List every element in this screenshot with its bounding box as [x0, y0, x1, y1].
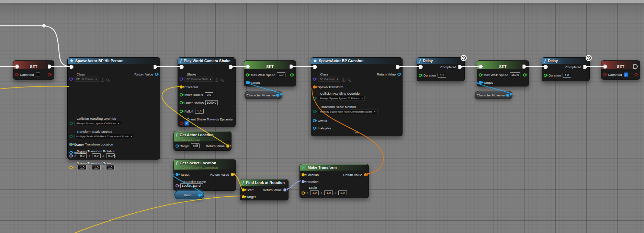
orient-pin[interactable] [180, 122, 183, 125]
completed-exec-pin[interactable] [583, 65, 588, 69]
scale-pin[interactable] [69, 166, 72, 169]
node-set-canshoot-end[interactable]: SET Canshoot ✓ [601, 60, 640, 80]
scale-z-input[interactable]: 1,0 [106, 165, 115, 170]
node-delay-long[interactable]: ƒ Delay Completed Duration 1,0 [542, 57, 590, 81]
node-character-movement-2[interactable]: Character Movement [475, 91, 512, 99]
bool-input-pin[interactable] [603, 73, 606, 76]
exec-in-pin[interactable] [15, 64, 20, 69]
outer-radius-pin[interactable] [180, 101, 183, 104]
outer-radius-input[interactable]: 1000,0 [205, 100, 218, 105]
node-get-socket-location[interactable]: ƒ Get Socket Location Target is Scene Co… [173, 159, 236, 191]
falloff-input[interactable]: 1,0 [195, 109, 204, 114]
return-value-pin[interactable] [231, 173, 234, 176]
object-output-pin[interactable] [198, 194, 201, 197]
scale-y-input[interactable]: 1,0 [92, 165, 101, 170]
node-character-movement-1[interactable]: Character Movement [245, 91, 282, 99]
exec-out-pin[interactable] [229, 65, 234, 69]
node-play-world-camera-shake[interactable]: ƒ Play World Camera Shake Shake BP Camer… [178, 57, 236, 127]
canshoot-checkbox[interactable] [36, 72, 40, 77]
socket-name-pin[interactable] [176, 184, 179, 187]
search-icon[interactable] [220, 77, 224, 81]
float-output-pin[interactable] [290, 73, 293, 77]
exec-in-pin[interactable] [603, 64, 608, 69]
browse-icon[interactable] [215, 77, 218, 81]
node-set-max-walk-speed-slow[interactable]: SET Max Walk Speed 1,0 Target [244, 60, 296, 86]
return-value-pin[interactable] [364, 173, 367, 176]
class-pin[interactable] [69, 78, 72, 81]
inner-radius-pin[interactable] [180, 93, 183, 96]
return-value-pin[interactable] [226, 144, 229, 148]
duration-input[interactable]: 1,0 [563, 73, 571, 78]
node-get-actor-location[interactable]: ƒ Get Actor Location Target is Actor Tar… [173, 131, 231, 151]
shake-dropdown[interactable]: BP Camera Shak▾ [184, 77, 213, 82]
vector-wire-entry-target[interactable] [75, 196, 241, 233]
class-dropdown[interactable]: BP Gunshot▾ [318, 77, 340, 82]
scale-pin[interactable] [302, 191, 305, 195]
collapse-chevron-icon[interactable] [112, 152, 116, 158]
tsm-pin[interactable] [69, 135, 72, 138]
float-output-pin[interactable] [523, 73, 526, 77]
node-mesh-variable[interactable]: Mesh [174, 191, 204, 199]
exec-out-pin[interactable] [396, 65, 400, 69]
scale-x-input[interactable]: 1,0 [310, 190, 319, 195]
reroute-node[interactable] [42, 24, 46, 27]
collapse-chevron-icon[interactable] [355, 129, 359, 135]
duration-pin[interactable] [419, 74, 422, 77]
exec-in-pin[interactable] [479, 64, 484, 69]
orient-checkbox[interactable]: ✓ [184, 121, 189, 126]
inner-radius-input[interactable]: 0,0 [205, 92, 213, 97]
collision-pin[interactable] [69, 122, 72, 125]
search-icon[interactable] [347, 77, 351, 81]
scale-z-input[interactable]: 1,0 [338, 190, 347, 195]
node-find-look-at-rotation[interactable]: ƒ Find Look at Rotation Start Return Val… [240, 179, 289, 200]
target-pin[interactable] [246, 81, 249, 84]
node-set-max-walk-speed-fast[interactable]: SET Max Walk Speed 150,0 Target [477, 60, 529, 86]
scale-y-input[interactable]: 1,0 [324, 190, 333, 195]
socket-name-input[interactable]: Socket_Barrel [180, 183, 203, 188]
return-value-pin[interactable] [397, 73, 400, 76]
tsm-dropdown[interactable]: Multiply Scale With Root Component Scale… [318, 109, 377, 114]
node-delay-short[interactable]: ƒ Delay Completed Duration 0,1 [417, 57, 465, 81]
node-spawnactor-bp-hit-person[interactable]: SpawnActor BP Hit Person Class BP Hit Pe… [67, 57, 160, 160]
bool-output-pin[interactable] [48, 73, 51, 76]
exec-out-pin[interactable] [633, 64, 638, 69]
object-output-pin[interactable] [276, 94, 279, 97]
search-icon[interactable] [106, 77, 110, 81]
node-spawnactor-bp-gunshot[interactable]: SpawnActor BP Gunshot Class BP Gunshot▾ … [311, 57, 403, 136]
node-set-canshoot-start[interactable]: SET Canshoot [13, 60, 54, 80]
walk-speed-input[interactable]: 150,0 [510, 72, 520, 77]
completed-exec-pin[interactable] [458, 65, 463, 69]
bool-input-pin[interactable] [15, 73, 18, 76]
owner-pin[interactable] [313, 119, 316, 122]
blueprint-graph-canvas[interactable]: SET Canshoot SpawnActor BP Hit Person Cl… [0, 0, 644, 233]
target-pin[interactable] [242, 195, 245, 198]
walk-speed-input[interactable]: 1,0 [277, 72, 285, 77]
falloff-pin[interactable] [180, 110, 183, 113]
class-dropdown[interactable]: BP Hit Person▾ [74, 77, 99, 82]
rotation-pin[interactable] [302, 180, 305, 183]
bool-output-pin[interactable] [634, 73, 637, 76]
spawn-transform-pin[interactable] [313, 85, 316, 89]
exec-in-pin[interactable] [246, 64, 251, 69]
class-pin[interactable] [313, 78, 316, 81]
epicenter-pin[interactable] [180, 85, 183, 89]
duration-pin[interactable] [544, 74, 547, 77]
vector-wire-entry-location[interactable] [0, 86, 69, 89]
collision-dropdown[interactable]: Always Spawn, Ignore Collisions▾ [318, 96, 365, 101]
shake-class-pin[interactable] [180, 78, 183, 81]
scale-x-input[interactable]: 1,0 [78, 165, 87, 170]
browse-icon[interactable] [101, 77, 104, 81]
return-value-pin[interactable] [155, 73, 158, 76]
float-input-pin[interactable] [246, 73, 249, 77]
canshoot-checkbox[interactable]: ✓ [624, 72, 628, 77]
return-value-pin[interactable] [283, 188, 286, 191]
exec-out-pin[interactable] [153, 65, 158, 69]
exec-out-pin[interactable] [289, 64, 294, 69]
duration-input[interactable]: 0,1 [438, 73, 446, 78]
collision-pin[interactable] [313, 97, 316, 100]
node-make-transform[interactable]: Make Transform Location Return Value Rot… [300, 164, 369, 198]
exec-out-pin[interactable] [47, 64, 52, 69]
float-input-pin[interactable] [479, 73, 482, 77]
exec-out-pin[interactable] [522, 64, 527, 69]
owner-pin[interactable] [69, 143, 72, 146]
